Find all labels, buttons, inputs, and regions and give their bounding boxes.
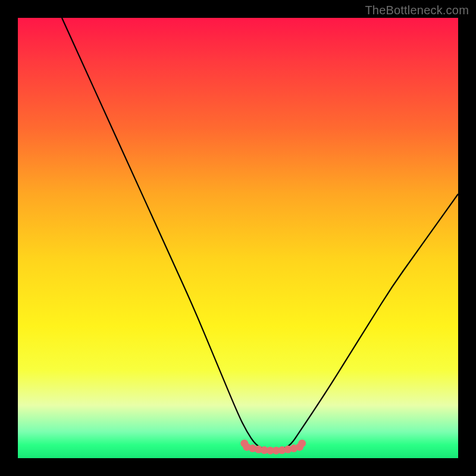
chart-plot-area xyxy=(18,18,458,458)
optimal-region-marker xyxy=(240,440,306,455)
marker-dot xyxy=(298,440,306,447)
marker-dot xyxy=(240,440,248,447)
watermark-text: TheBottleneck.com xyxy=(365,4,469,17)
chart-svg xyxy=(18,18,458,458)
chart-frame: TheBottleneck.com xyxy=(0,0,476,476)
bottleneck-curve-line xyxy=(62,18,458,449)
